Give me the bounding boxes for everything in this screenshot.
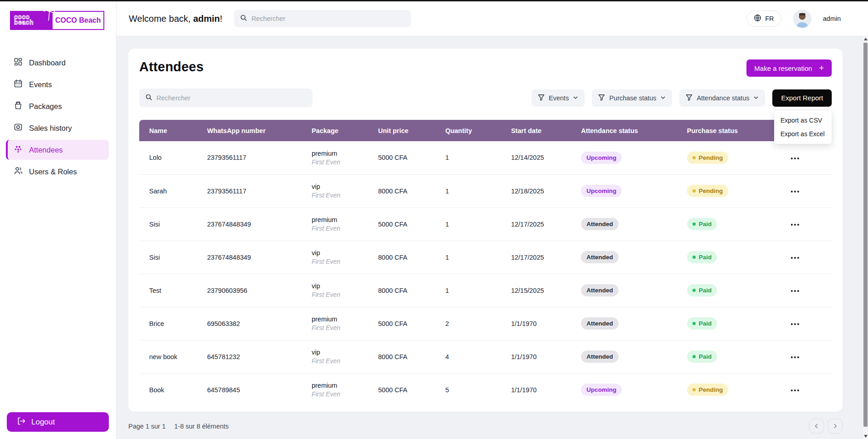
make-reservation-button[interactable]: Make a reservation + <box>746 59 832 77</box>
attendance-badge: Upcoming <box>581 384 622 396</box>
export-csv-option[interactable]: Export as CSV <box>774 113 832 127</box>
cell-name: new book <box>139 340 207 373</box>
cell-attendance: Attended <box>581 307 687 340</box>
col-unit-price: Unit price <box>378 120 445 141</box>
sidebar-item-sales-history[interactable]: Sales history <box>0 118 109 138</box>
cell-whatsapp: 237674848349 <box>207 241 312 274</box>
global-search-input[interactable] <box>251 15 405 22</box>
table-search[interactable] <box>139 89 312 107</box>
next-page-button[interactable] <box>828 419 843 434</box>
funnel-icon <box>598 94 605 102</box>
cell-attendance: Upcoming <box>581 373 687 406</box>
purchase-badge: Paid <box>687 251 717 263</box>
user-name-label: admin <box>823 15 841 22</box>
cell-name: Sisi <box>139 241 207 274</box>
cell-whatsapp: 23793561117 <box>207 141 312 174</box>
cell-actions <box>790 174 832 207</box>
search-icon <box>145 94 152 103</box>
cell-quantity: 1 <box>445 174 511 207</box>
sidebar-item-label: Dashboard <box>29 59 66 67</box>
sidebar: coco beach COCO Beach Dashboard Events P… <box>0 1 117 439</box>
sidebar-item-users-roles[interactable]: Users & Roles <box>0 162 109 182</box>
attendees-card: Attendees Make a reservation + Eve <box>128 49 843 412</box>
row-actions-ellipsis-icon[interactable] <box>790 287 800 295</box>
purchase-badge: Paid <box>687 317 717 330</box>
export-excel-option[interactable]: Export as Excel <box>774 127 832 141</box>
sidebar-item-attendees[interactable]: Attendees <box>6 140 109 160</box>
brand-logo[interactable]: coco beach COCO Beach <box>10 11 104 30</box>
sidebar-item-events[interactable]: Events <box>0 74 109 94</box>
cell-purchase: Paid <box>687 307 790 340</box>
cell-attendance: Upcoming <box>581 141 687 174</box>
language-button[interactable]: FR <box>746 10 781 27</box>
cell-actions <box>790 241 832 274</box>
logout-icon <box>17 417 25 428</box>
scrollbar-thumb[interactable] <box>863 43 868 427</box>
cell-actions <box>790 340 832 373</box>
export-menu: Export as CSV Export as Excel <box>774 110 832 144</box>
row-actions-ellipsis-icon[interactable] <box>790 221 800 228</box>
purchase-badge: Paid <box>687 350 717 363</box>
row-actions-ellipsis-icon[interactable] <box>790 354 800 361</box>
row-actions-ellipsis-icon[interactable] <box>790 321 800 328</box>
row-actions-ellipsis-icon[interactable] <box>790 155 800 162</box>
attendees-table: Name WhatsApp number Package Unit price … <box>139 120 832 406</box>
sidebar-item-dashboard[interactable]: Dashboard <box>0 53 109 73</box>
cell-start-date: 12/18/2025 <box>511 174 581 207</box>
user-avatar[interactable] <box>793 10 811 28</box>
attendance-badge: Attended <box>581 317 619 330</box>
table-row: Book 645789845 premiumFirst Even 5000 CF… <box>139 373 832 406</box>
cell-name: Brice <box>139 307 207 340</box>
row-actions-ellipsis-icon[interactable] <box>790 387 800 394</box>
sidebar-item-label: Events <box>29 80 52 89</box>
row-actions-ellipsis-icon[interactable] <box>790 188 800 195</box>
cell-attendance: Attended <box>581 241 687 274</box>
logout-label: Logout <box>31 418 55 427</box>
cell-name: Book <box>139 373 207 406</box>
cell-name: Sarah <box>139 174 207 207</box>
cell-unit-price: 8000 CFA <box>378 340 445 373</box>
logout-button[interactable]: Logout <box>7 412 109 432</box>
funnel-icon <box>686 94 692 102</box>
cell-quantity: 1 <box>445 241 511 274</box>
cell-purchase: Paid <box>687 207 790 241</box>
cell-unit-price: 5000 CFA <box>378 141 445 174</box>
cell-purchase: Pending <box>687 141 790 174</box>
chevron-down-icon <box>660 94 666 102</box>
table-search-input[interactable] <box>156 94 307 102</box>
filter-purchase-status[interactable]: Purchase status <box>592 89 672 107</box>
cell-quantity: 2 <box>445 307 511 340</box>
purchase-badge: Paid <box>687 218 717 230</box>
global-search[interactable] <box>234 10 411 27</box>
sidebar-item-label: Packages <box>29 102 62 111</box>
col-start-date: Start date <box>511 120 581 141</box>
scrollbar-down-arrow[interactable] <box>864 435 868 438</box>
purchase-badge: Pending <box>687 384 728 396</box>
sidebar-item-packages[interactable]: Packages <box>0 96 109 116</box>
cell-attendance: Attended <box>581 207 687 241</box>
attendance-badge: Upcoming <box>581 185 622 197</box>
export-report-button[interactable]: Export Report <box>772 89 832 107</box>
cell-package: premiumFirst Even <box>312 141 378 174</box>
cell-purchase: Pending <box>687 174 790 207</box>
cell-package: premiumFirst Even <box>312 373 378 406</box>
scrollbar-up-arrow[interactable] <box>864 38 868 40</box>
cell-unit-price: 5000 CFA <box>378 307 445 340</box>
filter-events[interactable]: Events <box>532 89 585 107</box>
previous-page-button[interactable] <box>809 419 824 434</box>
window-top-strip <box>0 0 868 1</box>
chevron-down-icon <box>573 94 578 102</box>
purchase-badge: Paid <box>687 284 717 296</box>
cell-actions <box>790 141 832 174</box>
items-count: 1-8 sur 8 éléments <box>174 423 229 430</box>
users-icon <box>14 166 23 177</box>
cell-purchase: Paid <box>687 340 790 373</box>
chevron-down-icon <box>753 94 759 102</box>
cell-start-date: 12/17/2025 <box>511 241 581 274</box>
filter-attendance-status[interactable]: Attendance status <box>679 89 765 107</box>
table-header-row: Name WhatsApp number Package Unit price … <box>139 120 832 141</box>
cell-start-date: 1/1/1970 <box>511 340 581 373</box>
cell-name: Sisi <box>139 207 207 241</box>
row-actions-ellipsis-icon[interactable] <box>790 254 800 261</box>
table-row: Brice 695063382 premiumFirst Even 5000 C… <box>139 307 832 340</box>
